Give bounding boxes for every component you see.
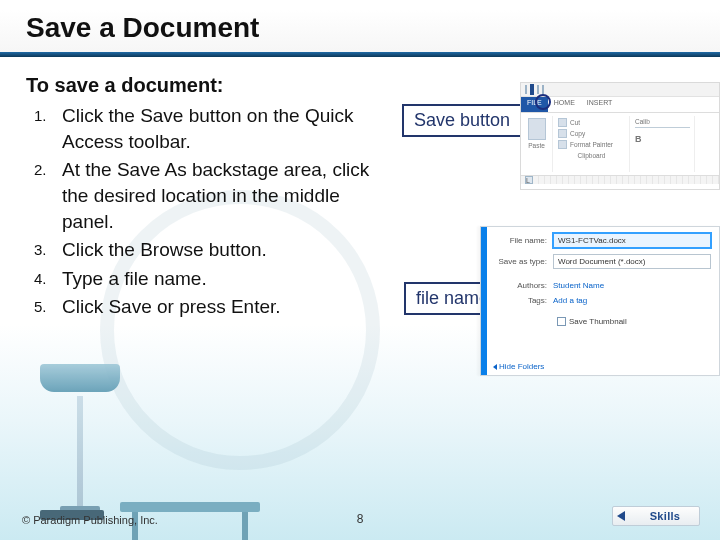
label-authors: Authors: bbox=[493, 281, 553, 290]
label-tags: Tags: bbox=[493, 296, 553, 305]
checkbox-save-thumbnail bbox=[557, 317, 566, 326]
chevron-left-icon bbox=[493, 364, 497, 370]
undo-icon bbox=[537, 86, 539, 93]
step-2: 2.At the Save As backstage area, click t… bbox=[34, 157, 386, 234]
body-text: To save a document: 1.Click the Save but… bbox=[26, 74, 386, 323]
dialog-accent-bar bbox=[481, 227, 487, 375]
tab-insert: INSERT bbox=[581, 97, 619, 112]
paste-icon bbox=[528, 118, 546, 140]
redo-icon bbox=[542, 86, 544, 93]
step-5: 5.Click Save or press Enter. bbox=[34, 294, 386, 320]
cut-label: Cut bbox=[570, 119, 580, 126]
step-3: 3.Click the Browse button. bbox=[34, 237, 386, 263]
decor-lamp bbox=[40, 364, 120, 520]
label-save-thumbnail: Save Thumbnail bbox=[569, 317, 627, 326]
save-as-dialog-screenshot: File name: WS1-FCTVac.docx Save as type:… bbox=[480, 226, 720, 376]
ruler: L bbox=[521, 175, 719, 184]
page-number: 8 bbox=[357, 512, 364, 526]
ribbon-body: Paste Cut Copy Format Painter Clipboard … bbox=[521, 113, 719, 175]
step-1: 1.Click the Save button on the Quick Acc… bbox=[34, 103, 386, 154]
slide-title: Save a Document bbox=[26, 12, 259, 44]
field-file-name: WS1-FCTVac.docx bbox=[553, 233, 711, 248]
quick-access-toolbar bbox=[521, 83, 719, 97]
clipboard-group-label: Clipboard bbox=[558, 152, 625, 159]
callout-save-button: Save button bbox=[402, 104, 522, 137]
save-icon bbox=[530, 86, 534, 93]
copyright: © Paradigm Publishing, Inc. bbox=[22, 514, 158, 526]
slide: Save a Document To save a document: 1.Cl… bbox=[0, 0, 720, 540]
font-name-field: Calib bbox=[635, 118, 690, 128]
value-tags: Add a tag bbox=[553, 296, 587, 305]
format-painter-label: Format Painter bbox=[570, 141, 613, 148]
ruler-tab-marker: L bbox=[525, 176, 533, 184]
word-icon bbox=[525, 86, 527, 93]
value-authors: Student Name bbox=[553, 281, 604, 290]
arrow-left-icon bbox=[617, 511, 625, 521]
word-ribbon-screenshot: FILE HOME INSERT Paste Cut Copy Format P… bbox=[520, 82, 720, 190]
paste-label: Paste bbox=[525, 142, 548, 149]
copy-label: Copy bbox=[570, 130, 585, 137]
decor-bench bbox=[120, 502, 260, 512]
label-save-as-type: Save as type: bbox=[493, 257, 553, 266]
copy-icon bbox=[558, 129, 567, 138]
cut-icon bbox=[558, 118, 567, 127]
bold-button: B bbox=[635, 134, 690, 144]
hide-folders-link: Hide Folders bbox=[493, 362, 544, 371]
title-underline bbox=[0, 52, 720, 57]
save-button-highlight bbox=[535, 94, 551, 110]
tab-home: HOME bbox=[548, 97, 581, 112]
field-save-as-type: Word Document (*.docx) bbox=[553, 254, 711, 269]
format-painter-icon bbox=[558, 140, 567, 149]
skills-button[interactable]: Skills bbox=[612, 506, 700, 526]
skills-label: Skills bbox=[631, 510, 699, 522]
intro-heading: To save a document: bbox=[26, 74, 386, 97]
step-4: 4.Type a file name. bbox=[34, 266, 386, 292]
label-file-name: File name: bbox=[493, 236, 553, 245]
